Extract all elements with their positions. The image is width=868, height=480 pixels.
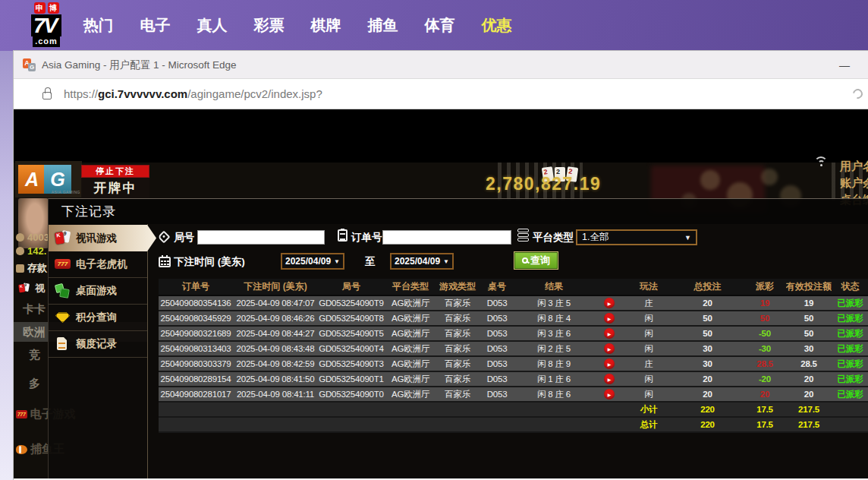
nav-item-promo[interactable]: 优惠: [468, 0, 525, 51]
table-row: 250409080281017 2025-04-09 08:41:11 GD05…: [159, 387, 868, 402]
cell-status: 已派彩: [832, 371, 868, 387]
deposit-button[interactable]: 存款: [16, 261, 47, 275]
slot-777-icon: 777: [16, 410, 27, 418]
sidebar-item-video-games[interactable]: 9K 视讯游戏: [49, 225, 156, 251]
logo-tile-2: 博: [48, 2, 59, 14]
play-icon[interactable]: ▶: [604, 389, 615, 399]
order-number-input[interactable]: [382, 230, 511, 245]
play-icon[interactable]: ▶: [604, 358, 615, 369]
cell-replay: ▶: [593, 356, 626, 371]
user-id-row: 4003: [16, 232, 49, 243]
nav-item-hot[interactable]: 热门: [70, 0, 127, 51]
cell-order: 250409080321689: [159, 326, 233, 341]
bg-menu-duo[interactable]: 多: [29, 377, 40, 391]
bg-menu-jing[interactable]: 竞: [29, 348, 40, 362]
cell-result: 闲 8 庄 9: [515, 356, 593, 371]
play-icon[interactable]: ▶: [604, 374, 615, 384]
lock-icon[interactable]: [42, 92, 52, 99]
cell-payout: 19: [744, 295, 786, 311]
moneybag-icon: [16, 247, 24, 255]
edge-titlebar: A G Asia Gaming - 用户配置 1 - Microsoft Edg…: [14, 51, 868, 79]
table-row: 250409080313403 2025-04-09 08:43:48 GD05…: [159, 341, 868, 356]
cell-game: 百家乐: [436, 326, 479, 341]
total-valid: 217.5: [786, 417, 832, 432]
cell-game: 百家乐: [436, 295, 479, 311]
bet-records-table: 订单号 下注时间 (美东) 局号 平台类型 游戏类型 桌号 结果 玩法 总投注 …: [159, 279, 868, 433]
chevron-down-icon: ▼: [443, 258, 449, 265]
date-from-picker[interactable]: 2025/04/09 ▼: [281, 253, 344, 270]
search-button[interactable]: 查询: [514, 252, 558, 269]
cell-result: 闲 8 庄 4: [515, 311, 593, 326]
col-valid: 有效投注额: [786, 279, 832, 295]
col-order: 订单号: [159, 279, 233, 295]
nav-item-cards[interactable]: 棋牌: [297, 0, 354, 51]
total-row: 总计 220 17.5 217.5: [159, 417, 868, 432]
cell-game: 百家乐: [436, 387, 479, 402]
bg-video-games-item[interactable]: 9K 视: [16, 281, 45, 296]
url-scheme: https://: [64, 87, 98, 100]
site-logo[interactable]: 申 博 7V .com: [20, 2, 73, 47]
cell-payout: -50: [744, 326, 786, 341]
sidebar-item-quota-records[interactable]: 额度记录: [49, 331, 147, 358]
sidebar-item-slot-machines[interactable]: 777 电子老虎机: [49, 251, 147, 278]
minimize-button[interactable]: —: [835, 57, 854, 74]
address-bar[interactable]: https://gci.7vvvvvv.com/agingame/pcv2/in…: [64, 79, 322, 109]
ag-favicon-icon: A G: [23, 58, 36, 71]
refresh-icon[interactable]: [851, 87, 864, 100]
round-number-input[interactable]: [197, 230, 325, 245]
cell-play: 闲: [626, 387, 671, 402]
logo-main: 7V: [31, 14, 61, 36]
chevron-down-icon: ▼: [684, 234, 691, 242]
col-result: 结果: [515, 279, 593, 295]
cell-play: 闲: [626, 311, 671, 326]
table-row: 250409080345929 2025-04-09 08:46:26 GD05…: [159, 311, 868, 326]
user-balance-row: 142.: [16, 245, 46, 257]
cell-order: 250409080281017: [159, 387, 233, 402]
nav-item-lottery[interactable]: 彩票: [241, 0, 297, 51]
cell-replay: ▶: [593, 387, 626, 402]
col-platform: 平台类型: [385, 279, 436, 295]
nav-item-live[interactable]: 真人: [184, 0, 241, 51]
bg-menu-kaka[interactable]: 卡卡: [23, 302, 46, 317]
cell-platform: AG欧洲厅: [385, 356, 436, 371]
platform-type-select[interactable]: 1.全部 ▼: [576, 229, 697, 245]
dialog-sidebar: 9K 视讯游戏 777 电子老虎机 桌面游戏 积分查询: [49, 225, 156, 358]
play-icon[interactable]: ▶: [604, 313, 615, 324]
sidebar-item-points-query[interactable]: 积分查询: [49, 305, 147, 331]
cell-valid: 50: [786, 311, 832, 326]
cell-play: 闲: [626, 371, 671, 387]
cell-order: 250409080313403: [159, 341, 233, 356]
table-row: 250409080321689 2025-04-09 08:44:27 GD05…: [159, 326, 868, 341]
cell-status: 已派彩: [832, 295, 868, 311]
nav-item-sports[interactable]: 体育: [411, 0, 468, 51]
play-icon[interactable]: ▶: [604, 298, 615, 308]
fish-icon: [16, 445, 27, 454]
cell-game: 百家乐: [436, 356, 479, 371]
logo-tile-1: 申: [34, 2, 46, 14]
cell-valid: 50: [786, 326, 832, 341]
nav-item-slots[interactable]: 电子: [127, 0, 184, 51]
subtotal-payout: 17.5: [744, 402, 786, 417]
cell-table: D053: [479, 341, 515, 356]
total-bet: 220: [671, 417, 744, 432]
cell-result: 闲 2 庄 5: [515, 341, 593, 356]
play-icon[interactable]: ▶: [604, 343, 615, 354]
total-label: 总计: [626, 417, 671, 432]
bg-menu-europe[interactable]: 欧洲: [23, 325, 46, 339]
cell-game: 百家乐: [436, 341, 479, 356]
sidebar-item-table-games[interactable]: 桌面游戏: [49, 278, 147, 305]
ag-brand-logo: A G ASIA GAMING: [15, 161, 82, 197]
cell-round: GD053254090T9: [318, 295, 385, 311]
cell-round: GD053254090T1: [318, 371, 385, 387]
dealing-status: 开牌中: [81, 178, 149, 198]
nav-item-fishing[interactable]: 捕鱼: [354, 0, 411, 51]
gem-icon: [55, 310, 71, 325]
cell-table: D053: [479, 356, 515, 371]
date-to-picker[interactable]: 2025/04/09 ▼: [390, 253, 454, 270]
cell-table: D053: [479, 295, 515, 311]
play-icon[interactable]: ▶: [604, 328, 615, 339]
cell-time: 2025-04-09 08:47:07: [233, 295, 318, 311]
deposit-icon: [16, 264, 24, 273]
cell-status: 已派彩: [832, 326, 868, 341]
cell-status: 已派彩: [832, 387, 868, 402]
